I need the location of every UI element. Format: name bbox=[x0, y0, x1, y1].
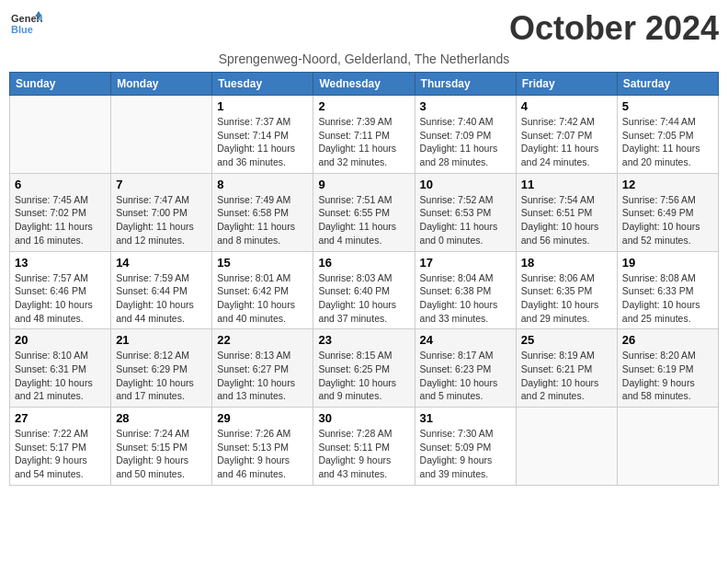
header-monday: Monday bbox=[111, 73, 212, 96]
day-info: Sunrise: 8:12 AMSunset: 6:29 PMDaylight:… bbox=[116, 349, 207, 403]
calendar-cell: 2Sunrise: 7:39 AMSunset: 7:11 PMDaylight… bbox=[313, 96, 415, 174]
calendar-cell: 18Sunrise: 8:06 AMSunset: 6:35 PMDayligh… bbox=[516, 251, 617, 329]
calendar-cell: 16Sunrise: 8:03 AMSunset: 6:40 PMDayligh… bbox=[313, 251, 415, 329]
day-info: Sunrise: 7:26 AMSunset: 5:13 PMDaylight:… bbox=[217, 427, 308, 481]
day-number: 28 bbox=[116, 411, 207, 425]
day-info: Sunrise: 7:39 AMSunset: 7:11 PMDaylight:… bbox=[318, 115, 409, 169]
calendar-cell: 13Sunrise: 7:57 AMSunset: 6:46 PMDayligh… bbox=[10, 251, 111, 329]
month-title: October 2024 bbox=[509, 9, 719, 48]
header-tuesday: Tuesday bbox=[212, 73, 313, 96]
calendar-cell: 10Sunrise: 7:52 AMSunset: 6:53 PMDayligh… bbox=[415, 173, 516, 251]
day-number: 21 bbox=[116, 333, 207, 347]
day-number: 22 bbox=[217, 333, 308, 347]
day-info: Sunrise: 7:44 AMSunset: 7:05 PMDaylight:… bbox=[622, 115, 713, 169]
calendar-cell: 12Sunrise: 7:56 AMSunset: 6:49 PMDayligh… bbox=[617, 173, 718, 251]
day-info: Sunrise: 7:45 AMSunset: 7:02 PMDaylight:… bbox=[15, 193, 106, 247]
day-number: 4 bbox=[521, 99, 612, 113]
calendar-subtitle: Sprengenweg-Noord, Gelderland, The Nethe… bbox=[9, 52, 719, 66]
day-number: 16 bbox=[318, 256, 409, 270]
calendar-cell: 19Sunrise: 8:08 AMSunset: 6:33 PMDayligh… bbox=[617, 251, 718, 329]
day-number: 15 bbox=[217, 256, 308, 270]
calendar-cell: 6Sunrise: 7:45 AMSunset: 7:02 PMDaylight… bbox=[10, 173, 111, 251]
day-info: Sunrise: 7:52 AMSunset: 6:53 PMDaylight:… bbox=[420, 193, 511, 247]
calendar-cell: 25Sunrise: 8:19 AMSunset: 6:21 PMDayligh… bbox=[516, 329, 617, 408]
day-info: Sunrise: 7:30 AMSunset: 5:09 PMDaylight:… bbox=[420, 427, 511, 481]
day-info: Sunrise: 8:01 AMSunset: 6:42 PMDaylight:… bbox=[217, 271, 308, 326]
calendar-cell: 9Sunrise: 7:51 AMSunset: 6:55 PMDaylight… bbox=[313, 173, 415, 251]
header-sunday: Sunday bbox=[10, 73, 111, 96]
day-number: 20 bbox=[15, 333, 106, 347]
calendar-cell: 11Sunrise: 7:54 AMSunset: 6:51 PMDayligh… bbox=[516, 173, 617, 251]
day-info: Sunrise: 7:49 AMSunset: 6:58 PMDaylight:… bbox=[217, 193, 308, 247]
header-thursday: Thursday bbox=[415, 73, 516, 96]
day-info: Sunrise: 7:28 AMSunset: 5:11 PMDaylight:… bbox=[318, 427, 409, 481]
calendar-cell: 4Sunrise: 7:42 AMSunset: 7:07 PMDaylight… bbox=[516, 96, 617, 174]
logo: General Blue bbox=[9, 9, 42, 37]
day-info: Sunrise: 8:20 AMSunset: 6:19 PMDaylight:… bbox=[622, 349, 713, 403]
day-number: 5 bbox=[622, 99, 713, 113]
day-number: 12 bbox=[622, 178, 713, 191]
calendar-cell: 23Sunrise: 8:15 AMSunset: 6:25 PMDayligh… bbox=[313, 329, 415, 408]
day-info: Sunrise: 8:04 AMSunset: 6:38 PMDaylight:… bbox=[420, 271, 511, 326]
day-info: Sunrise: 7:57 AMSunset: 6:46 PMDaylight:… bbox=[15, 271, 106, 326]
header-saturday: Saturday bbox=[617, 73, 718, 96]
calendar-cell: 8Sunrise: 7:49 AMSunset: 6:58 PMDaylight… bbox=[212, 173, 313, 251]
calendar-cell bbox=[10, 96, 111, 174]
day-info: Sunrise: 8:03 AMSunset: 6:40 PMDaylight:… bbox=[318, 271, 409, 326]
day-info: Sunrise: 7:47 AMSunset: 7:00 PMDaylight:… bbox=[116, 193, 207, 247]
calendar-cell bbox=[516, 408, 617, 486]
day-info: Sunrise: 8:17 AMSunset: 6:23 PMDaylight:… bbox=[420, 349, 511, 403]
day-number: 6 bbox=[15, 178, 106, 191]
logo-icon: General Blue bbox=[9, 9, 42, 37]
day-number: 8 bbox=[217, 178, 308, 191]
day-info: Sunrise: 8:13 AMSunset: 6:27 PMDaylight:… bbox=[217, 349, 308, 403]
day-info: Sunrise: 7:56 AMSunset: 6:49 PMDaylight:… bbox=[622, 193, 713, 247]
day-number: 27 bbox=[15, 411, 106, 425]
day-info: Sunrise: 8:06 AMSunset: 6:35 PMDaylight:… bbox=[521, 271, 612, 326]
day-number: 11 bbox=[521, 178, 612, 191]
calendar-cell: 20Sunrise: 8:10 AMSunset: 6:31 PMDayligh… bbox=[10, 329, 111, 408]
day-number: 31 bbox=[420, 411, 511, 425]
day-number: 1 bbox=[217, 99, 308, 113]
calendar-cell: 27Sunrise: 7:22 AMSunset: 5:17 PMDayligh… bbox=[10, 408, 111, 486]
calendar-table: SundayMondayTuesdayWednesdayThursdayFrid… bbox=[9, 72, 719, 486]
calendar-cell: 7Sunrise: 7:47 AMSunset: 7:00 PMDaylight… bbox=[111, 173, 212, 251]
day-number: 17 bbox=[420, 256, 511, 270]
day-info: Sunrise: 7:51 AMSunset: 6:55 PMDaylight:… bbox=[318, 193, 409, 247]
day-number: 7 bbox=[116, 178, 207, 191]
day-info: Sunrise: 7:37 AMSunset: 7:14 PMDaylight:… bbox=[217, 115, 308, 169]
day-number: 29 bbox=[217, 411, 308, 425]
calendar-cell: 28Sunrise: 7:24 AMSunset: 5:15 PMDayligh… bbox=[111, 408, 212, 486]
calendar-cell: 17Sunrise: 8:04 AMSunset: 6:38 PMDayligh… bbox=[415, 251, 516, 329]
calendar-cell: 31Sunrise: 7:30 AMSunset: 5:09 PMDayligh… bbox=[415, 408, 516, 486]
day-number: 14 bbox=[116, 256, 207, 270]
calendar-cell: 24Sunrise: 8:17 AMSunset: 6:23 PMDayligh… bbox=[415, 329, 516, 408]
day-number: 18 bbox=[521, 256, 612, 270]
calendar-cell: 15Sunrise: 8:01 AMSunset: 6:42 PMDayligh… bbox=[212, 251, 313, 329]
calendar-cell: 29Sunrise: 7:26 AMSunset: 5:13 PMDayligh… bbox=[212, 408, 313, 486]
day-number: 19 bbox=[622, 256, 713, 270]
day-number: 2 bbox=[318, 99, 409, 113]
day-number: 25 bbox=[521, 333, 612, 347]
day-number: 9 bbox=[318, 178, 409, 191]
header-wednesday: Wednesday bbox=[313, 73, 415, 96]
svg-text:Blue: Blue bbox=[11, 24, 33, 35]
day-info: Sunrise: 8:19 AMSunset: 6:21 PMDaylight:… bbox=[521, 349, 612, 403]
calendar-cell: 14Sunrise: 7:59 AMSunset: 6:44 PMDayligh… bbox=[111, 251, 212, 329]
calendar-cell: 21Sunrise: 8:12 AMSunset: 6:29 PMDayligh… bbox=[111, 329, 212, 408]
day-info: Sunrise: 7:22 AMSunset: 5:17 PMDaylight:… bbox=[15, 427, 106, 481]
day-info: Sunrise: 7:24 AMSunset: 5:15 PMDaylight:… bbox=[116, 427, 207, 481]
calendar-cell: 30Sunrise: 7:28 AMSunset: 5:11 PMDayligh… bbox=[313, 408, 415, 486]
calendar-cell: 22Sunrise: 8:13 AMSunset: 6:27 PMDayligh… bbox=[212, 329, 313, 408]
day-info: Sunrise: 7:42 AMSunset: 7:07 PMDaylight:… bbox=[521, 115, 612, 169]
day-number: 3 bbox=[420, 99, 511, 113]
day-number: 24 bbox=[420, 333, 511, 347]
header-friday: Friday bbox=[516, 73, 617, 96]
day-number: 30 bbox=[318, 411, 409, 425]
day-info: Sunrise: 8:08 AMSunset: 6:33 PMDaylight:… bbox=[622, 271, 713, 326]
day-info: Sunrise: 7:54 AMSunset: 6:51 PMDaylight:… bbox=[521, 193, 612, 247]
calendar-cell: 5Sunrise: 7:44 AMSunset: 7:05 PMDaylight… bbox=[617, 96, 718, 174]
day-info: Sunrise: 7:59 AMSunset: 6:44 PMDaylight:… bbox=[116, 271, 207, 326]
calendar-cell bbox=[617, 408, 718, 486]
day-number: 10 bbox=[420, 178, 511, 191]
